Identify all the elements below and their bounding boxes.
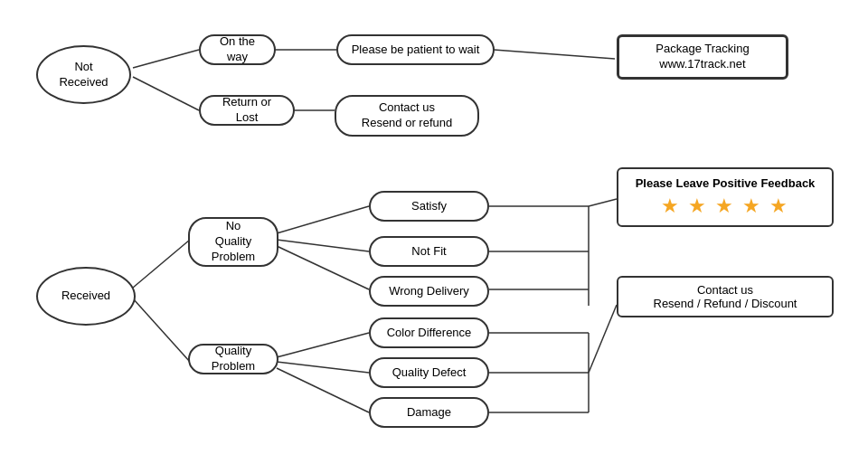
- svg-line-23: [589, 305, 617, 373]
- no-quality-problem-label: NoQuality Problem: [199, 219, 268, 265]
- wrong-delivery-label: Wrong Delivery: [389, 284, 469, 299]
- on-the-way-node: On the way: [199, 34, 276, 65]
- not-fit-node: Not Fit: [369, 236, 489, 267]
- svg-line-7: [277, 206, 369, 233]
- damage-label: Damage: [407, 405, 451, 421]
- svg-line-12: [277, 368, 369, 412]
- svg-line-8: [277, 240, 369, 251]
- package-tracking-label: Package Trackingwww.17track.net: [656, 42, 749, 72]
- feedback-label: Please Leave Positive Feedback: [629, 176, 821, 190]
- svg-line-1: [133, 77, 199, 110]
- quality-defect-label: Quality Defect: [392, 365, 467, 381]
- svg-line-18: [589, 199, 617, 206]
- svg-line-5: [133, 240, 190, 288]
- feedback-box: Please Leave Positive Feedback ★ ★ ★ ★ ★: [617, 167, 834, 227]
- contact-resend-refund-discount-label: Contact usResend / Refund / Discount: [654, 283, 797, 310]
- svg-line-3: [494, 50, 615, 59]
- patient-wait-node: Please be patient to wait: [336, 34, 495, 65]
- not-received-node: NotReceived: [36, 45, 131, 104]
- received-node: Received: [36, 267, 136, 326]
- patient-wait-label: Please be patient to wait: [352, 43, 480, 58]
- svg-line-9: [277, 246, 369, 289]
- not-received-label: NotReceived: [59, 60, 108, 90]
- damage-node: Damage: [369, 397, 489, 428]
- color-difference-label: Color Difference: [387, 326, 472, 341]
- satisfy-label: Satisfy: [411, 199, 447, 214]
- diagram: NotReceived On the way Return or Lost Pl…: [0, 0, 868, 464]
- svg-line-11: [277, 362, 369, 373]
- received-label: Received: [61, 289, 110, 304]
- on-the-way-label: On the way: [210, 34, 265, 65]
- contact-resend-refund-label: Contact usResend or refund: [362, 100, 452, 131]
- svg-line-10: [277, 333, 369, 357]
- contact-resend-refund-discount-box: Contact usResend / Refund / Discount: [617, 276, 834, 317]
- return-or-lost-node: Return or Lost: [199, 95, 295, 126]
- not-fit-label: Not Fit: [411, 244, 446, 260]
- satisfy-node: Satisfy: [369, 191, 489, 222]
- return-or-lost-label: Return or Lost: [210, 95, 284, 126]
- package-tracking-node: Package Trackingwww.17track.net: [617, 34, 788, 80]
- quality-problem-node: Quality Problem: [188, 344, 278, 374]
- wrong-delivery-node: Wrong Delivery: [369, 276, 489, 307]
- no-quality-problem-node: NoQuality Problem: [188, 217, 278, 267]
- quality-problem-label: Quality Problem: [199, 344, 268, 374]
- svg-line-0: [133, 50, 199, 68]
- contact-resend-refund-node: Contact usResend or refund: [335, 95, 479, 137]
- color-difference-node: Color Difference: [369, 317, 489, 348]
- quality-defect-node: Quality Defect: [369, 357, 489, 388]
- stars-display: ★ ★ ★ ★ ★: [629, 194, 821, 218]
- svg-line-6: [133, 298, 190, 362]
